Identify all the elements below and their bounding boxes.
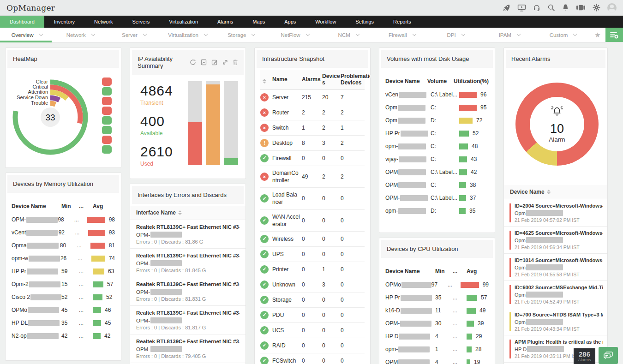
nav-item-network[interactable]: Network xyxy=(84,16,122,28)
table-row[interactable]: OpmD:72 xyxy=(385,114,489,127)
table-row[interactable]: OPM4...19 xyxy=(385,356,489,364)
col-more[interactable]: ... xyxy=(453,268,467,274)
tab-firewall[interactable]: Firewall xyxy=(375,28,429,42)
nav-item-reports[interactable]: Reports xyxy=(383,16,421,28)
delete-icon[interactable] xyxy=(233,59,238,66)
tab-custom[interactable]: Custom xyxy=(536,28,590,42)
col-devices[interactable]: Devices xyxy=(322,73,341,86)
col-min[interactable]: Min xyxy=(61,203,79,209)
sort-icon[interactable] xyxy=(263,79,266,84)
interface-item[interactable]: Realtek RTL8139C+ Fast Ethernet NIC #3-N… xyxy=(130,220,246,249)
table-row[interactable]: opm-D:35 xyxy=(385,204,489,217)
status-square-red[interactable] xyxy=(102,136,112,144)
alarm-item[interactable]: ID=6002 Source=MSExchange Mid-Tier Stora… xyxy=(504,281,607,308)
col-utilization[interactable]: Utilization(%) xyxy=(454,78,489,84)
table-row[interactable]: vCenC:\ Label...96 xyxy=(385,88,489,101)
table-row[interactable]: HP DL35...45 xyxy=(12,316,115,329)
status-square-green[interactable] xyxy=(102,126,112,134)
col-avg[interactable]: Avg xyxy=(467,268,489,274)
gear-icon[interactable] xyxy=(593,4,600,12)
tab-virtualization[interactable]: Virtualization xyxy=(161,28,215,42)
chat-button[interactable] xyxy=(599,347,618,364)
move-icon[interactable] xyxy=(222,60,228,65)
table-row[interactable]: ×Router222 xyxy=(260,105,365,120)
table-row[interactable]: OPM-C:\ Label...37 xyxy=(385,191,489,204)
table-row[interactable]: ✓Firewall000 xyxy=(260,151,365,166)
tab-dpi[interactable]: DPI xyxy=(429,28,483,42)
table-row[interactable]: ✓Unknown030 xyxy=(260,277,365,292)
status-square-red[interactable] xyxy=(102,107,112,115)
col-device-name[interactable]: Device Name xyxy=(385,268,435,274)
table-row[interactable]: HP D4...29 xyxy=(385,330,489,343)
table-row[interactable]: OPMo45...46 xyxy=(12,304,115,316)
nav-item-inventory[interactable]: Inventory xyxy=(44,16,84,28)
table-row[interactable]: OPM-30...39 xyxy=(385,317,489,330)
table-row[interactable]: vCent92...93 xyxy=(12,226,115,239)
table-row[interactable]: k16-D11...49 xyxy=(385,304,489,317)
add-dashboard-button[interactable] xyxy=(605,28,623,42)
refresh-icon[interactable] xyxy=(190,59,196,66)
table-row[interactable]: Cisco 252...52 xyxy=(12,291,115,304)
presentation-icon[interactable] xyxy=(517,4,526,12)
col-avg[interactable]: Avg xyxy=(93,203,115,209)
col-device-name[interactable]: Device Name xyxy=(385,78,427,84)
table-row[interactable]: opm-w26...74 xyxy=(12,252,115,265)
table-row[interactable]: N2-op42...42 xyxy=(12,329,115,342)
table-row[interactable]: HP Pr59...63 xyxy=(12,265,115,278)
table-row[interactable]: ✓RAID000 xyxy=(260,338,365,353)
interface-item[interactable]: Realtek RTL8139C+ Fast Ethernet NIC #3-E… xyxy=(130,334,246,363)
table-row[interactable]: Opma80...81 xyxy=(12,239,115,252)
edit-icon[interactable] xyxy=(211,59,218,66)
alarm-item[interactable]: ID=2004 Source=Microsoft-Windows-Resourc… xyxy=(504,199,607,227)
status-square-green[interactable] xyxy=(102,116,112,125)
alarm-item[interactable]: ID=4625 Source=Microsoft-Windows-Securit… xyxy=(504,227,607,254)
nav-item-virtualization[interactable]: Virtualization xyxy=(159,16,208,28)
screens-icon[interactable] xyxy=(576,4,586,12)
table-row[interactable]: OPMC:\ Label...42 xyxy=(385,166,489,179)
col-min[interactable]: Min xyxy=(435,268,453,274)
table-row[interactable]: ✓Printer010 xyxy=(260,262,365,277)
tab-network[interactable]: Network xyxy=(54,28,107,42)
table-row[interactable]: opm-1...28 xyxy=(385,343,489,356)
status-square-red[interactable] xyxy=(102,97,112,105)
headset-icon[interactable] xyxy=(533,4,540,12)
nav-item-dashboard[interactable]: Dashboard xyxy=(0,16,44,28)
status-square-green[interactable] xyxy=(102,145,112,154)
heatmap-chart[interactable]: 33ClearCriticalAttentionService DownTrou… xyxy=(6,70,121,167)
nav-item-servers[interactable]: Servers xyxy=(122,16,159,28)
status-square-red[interactable] xyxy=(102,78,112,86)
table-row[interactable]: ×DomainController4922 xyxy=(260,166,365,188)
favorite-star-icon[interactable]: ★ xyxy=(590,28,605,42)
sort-cell[interactable] xyxy=(260,76,272,84)
alarm-list-header[interactable]: Device Name xyxy=(504,185,607,199)
table-row[interactable]: vijay-C:43 xyxy=(385,153,489,166)
table-row[interactable]: ✓Storage000 xyxy=(260,292,365,308)
table-row[interactable]: ✓PDU000 xyxy=(260,308,365,323)
table-row[interactable]: ×Server215207 xyxy=(260,90,365,105)
sort-icon[interactable] xyxy=(547,190,551,194)
table-row[interactable]: HP PrC:52 xyxy=(385,127,489,140)
table-row[interactable]: ✓WAN Accelerator000 xyxy=(260,210,365,232)
col-volume[interactable]: Volume xyxy=(427,78,454,84)
nav-item-alarms[interactable]: Alarms xyxy=(208,16,243,28)
user-avatar-icon[interactable] xyxy=(607,3,617,12)
table-row[interactable]: ✓FCSwitch000 xyxy=(260,353,365,364)
alarm-count-badge[interactable]: 286 Alarms xyxy=(574,348,595,364)
table-row[interactable]: ✓Load Balancer000 xyxy=(260,188,365,209)
interface-list-header[interactable]: Interface Name xyxy=(130,206,246,220)
search-icon[interactable] xyxy=(547,4,555,12)
tab-storage[interactable]: Storage xyxy=(215,28,268,42)
interface-item[interactable]: Realtek RTL8139C+ Fast Ethernet NIC #3-W… xyxy=(130,277,246,306)
tab-ipam[interactable]: IPAM xyxy=(483,28,536,42)
status-square-green[interactable] xyxy=(102,87,112,95)
tab-netflow[interactable]: NetFlow xyxy=(268,28,322,42)
interface-item[interactable]: Realtek RTL8139C+ Fast Ethernet NIC #3-W… xyxy=(130,306,246,334)
col-alarms[interactable]: Alarms xyxy=(302,76,322,83)
table-row[interactable]: Opm-215...57 xyxy=(12,278,115,291)
report-icon[interactable] xyxy=(201,59,207,66)
table-row[interactable]: ×Switch121 xyxy=(260,120,365,136)
nav-item-workflow[interactable]: Workflow xyxy=(306,16,346,28)
table-row[interactable]: opm-C:48 xyxy=(385,140,489,153)
nav-item-apps[interactable]: Apps xyxy=(275,16,306,28)
col-problematic[interactable]: Problematic Devices xyxy=(341,73,371,86)
